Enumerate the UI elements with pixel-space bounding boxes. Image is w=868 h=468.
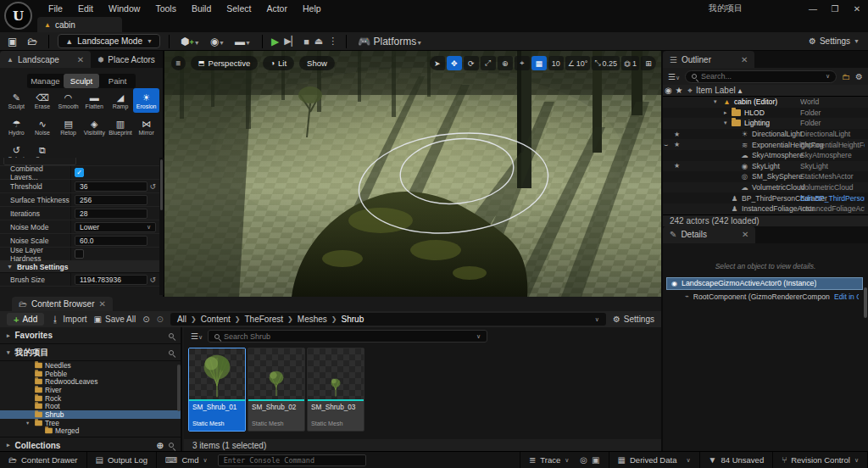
eye-column-icon[interactable]: ◉ — [663, 86, 674, 95]
tab-details[interactable]: ✎ Details ✕ — [663, 226, 755, 243]
insights-icon[interactable]: ◎ — [580, 455, 587, 465]
crumb-content[interactable]: Content — [201, 315, 231, 324]
outliner-row-foliageactor[interactable]: ♟ InstancedFoliageActor InstancedFoliage… — [663, 203, 868, 214]
edit-in-cpp-link[interactable]: Edit in C — [834, 292, 859, 301]
threshold-input[interactable]: 36 — [75, 181, 147, 192]
blueprints-dropdown[interactable]: ◉▼ — [208, 36, 227, 47]
outliner-row-skysphere[interactable]: ◎ SM_SkySphere StaticMeshActor — [663, 171, 868, 182]
brush-settings-header[interactable]: ▼ Brush Settings — [0, 261, 159, 273]
outliner-row-hlod[interactable]: ▸ HLOD Folder — [663, 108, 868, 119]
select-tool-button[interactable]: ➤ — [430, 56, 445, 70]
combined-layers-checkbox[interactable]: ✓ — [75, 168, 84, 177]
show-flags-dropdown[interactable]: Show — [299, 56, 335, 70]
settings-dropdown[interactable]: ⚙ Settings ▼ — [809, 36, 863, 46]
content-browser-settings-button[interactable]: ⚙Settings — [613, 315, 654, 324]
pin-column-icon[interactable]: ⌖ — [684, 86, 696, 96]
view-mode-dropdown[interactable]: ◑ Lit — [263, 56, 294, 70]
browse-content-icon[interactable]: 🗁 — [25, 36, 40, 47]
back-button[interactable]: ⊙ — [142, 315, 149, 324]
console-command-input[interactable]: Enter Console Command — [218, 454, 366, 466]
grid-snap-value[interactable]: 10 — [548, 56, 564, 70]
menu-tools[interactable]: Tools — [147, 0, 184, 17]
tool-mirror[interactable]: ⋈Mirror — [133, 114, 159, 139]
outliner-row-lighting[interactable]: ▾ Lighting Folder — [663, 118, 868, 129]
tab-outliner[interactable]: ☰ Outliner ✕ — [663, 51, 754, 68]
scale-tool-button[interactable]: ⤢ — [481, 56, 496, 70]
cinematics-dropdown[interactable]: ▬▼ — [232, 36, 253, 47]
folder-rock[interactable]: Rock — [0, 394, 181, 403]
add-collection-icon[interactable]: ⊕ — [157, 441, 164, 450]
maximize-viewport-button[interactable]: ⊞ — [641, 56, 656, 70]
create-folder-icon[interactable]: 🗀 — [842, 72, 850, 81]
outliner-row-bp-thirdperson[interactable]: ♟ BP_ThirdPersonCharacter Edit BP_ThirdP… — [663, 192, 868, 203]
use-layer-hardness-checkbox[interactable] — [75, 249, 84, 259]
crumb-meshes[interactable]: Meshes — [298, 315, 327, 324]
outliner-row-skylight[interactable]: ★ ◉ SkyLight SkyLight — [663, 161, 868, 172]
folder-redwoodleaves[interactable]: RedwoodLeaves — [0, 377, 181, 386]
tool-visibility[interactable]: ◈Visibility — [81, 114, 108, 139]
chevron-down-icon[interactable]: ∨ — [595, 316, 599, 323]
level-tab-cabin[interactable]: ▲ cabin — [37, 17, 122, 32]
mode-manage[interactable]: Manage — [27, 74, 64, 88]
maximize-button[interactable]: ❐ — [824, 1, 846, 16]
close-icon[interactable]: ✕ — [741, 55, 748, 64]
trace-dropdown[interactable]: ≣ Trace∨ ◎ ▣ — [520, 452, 609, 468]
scale-snap-toggle[interactable]: ⤡ 0.25 — [592, 56, 620, 70]
surface-snap-button[interactable]: ⌖ — [515, 56, 530, 70]
outliner-row-directionallight[interactable]: ★ ☀ DirectionalLight DirectionalLight — [663, 129, 868, 140]
platforms-dropdown[interactable]: 🎮 Platforms▼ — [355, 36, 425, 47]
unsaved-button[interactable]: ▼ 84 Unsaved — [700, 452, 774, 468]
filter-icon[interactable]: ☰∨ — [668, 72, 680, 81]
folder-root[interactable]: Root — [0, 402, 181, 410]
eye-closed-icon[interactable]: ⌣ — [664, 141, 668, 149]
output-log-button[interactable]: ▤ Output Log — [87, 452, 157, 468]
outliner-search-input[interactable]: Search... ∨ — [685, 70, 837, 83]
surface-thickness-input[interactable]: 256 — [75, 195, 147, 205]
item-label-column[interactable]: Item Label ▴ — [696, 86, 743, 95]
folder-tree-scrollbar-thumb[interactable] — [177, 365, 181, 411]
root-component-row[interactable]: ⌁ RootComponent (GizmoRendererComponent0… — [666, 291, 863, 303]
derived-data-dropdown[interactable]: ▦ Derived Data∨ — [609, 452, 700, 468]
filter-icon[interactable]: ☰∨ — [191, 332, 203, 341]
asset-sm-shrub-01-selected[interactable]: SM_Shrub_01 Static Mesh — [188, 348, 246, 432]
folder-pebble[interactable]: Pebble — [0, 370, 181, 378]
rotation-snap-toggle[interactable]: ∠ 10° — [565, 56, 591, 70]
stop-button[interactable]: ■ — [303, 36, 309, 47]
menu-help[interactable]: Help — [295, 0, 329, 17]
world-coordinate-button[interactable]: ⊕ — [498, 56, 513, 70]
play-options-button[interactable]: ⋮ — [328, 36, 337, 47]
tab-landscape[interactable]: ▲ Landscape ✕ — [0, 51, 91, 68]
tool-smooth[interactable]: ◠Smooth — [55, 88, 81, 113]
asset-sm-shrub-03[interactable]: SM_Shrub_03 Static Mesh — [307, 348, 364, 432]
outliner-row-heightfog[interactable]: ⌣ ★ ≋ ExponentialHeightFog ExponentialHe… — [663, 139, 868, 150]
menu-edit[interactable]: Edit — [70, 0, 101, 17]
rotate-tool-button[interactable]: ⟳ — [464, 56, 479, 70]
tool-retop[interactable]: ▤Retop — [55, 114, 81, 139]
asset-sm-shrub-02[interactable]: SM_Shrub_02 Static Mesh — [248, 348, 305, 432]
tool-blueprint[interactable]: ▥Blueprint — [108, 114, 134, 139]
close-icon[interactable]: ✕ — [742, 230, 748, 239]
grid-snap-toggle[interactable]: ▦ — [531, 56, 547, 70]
search-icon[interactable] — [169, 350, 174, 355]
folder-needles[interactable]: Needles — [0, 361, 181, 370]
favorites-section[interactable]: ▸ Favorites — [0, 327, 181, 344]
reset-to-default-icon[interactable]: ↺ — [149, 182, 156, 191]
outliner-row-skyatmosphere[interactable]: ☁ SkyAtmosphere SkyAtmosphere — [663, 150, 868, 161]
crumb-all[interactable]: All — [177, 315, 186, 324]
tool-erase[interactable]: ⌫Erase — [30, 88, 56, 113]
tool-sculpt[interactable]: ✎Sculpt — [3, 88, 30, 113]
iterations-input[interactable]: 28 — [75, 209, 147, 219]
folder-tree-item[interactable]: ▾Tree — [0, 419, 181, 427]
outliner-settings-icon[interactable]: ⚙ — [855, 72, 863, 81]
editor-mode-dropdown[interactable]: ▲ Landscape Mode ▼ — [58, 34, 160, 48]
outliner-row-cabin[interactable]: ▾ ▲ cabin (Editor) World — [663, 97, 868, 108]
project-root-section[interactable]: ▾ 我的项目 — [0, 344, 181, 361]
menu-file[interactable]: File — [41, 0, 70, 17]
mode-sculpt[interactable]: Sculpt — [64, 74, 100, 88]
perspective-dropdown[interactable]: ⬒ Perspective — [191, 56, 258, 70]
add-button[interactable]: + Add — [7, 313, 44, 326]
viewport-menu-button[interactable]: ≡ — [171, 56, 186, 70]
folder-river[interactable]: River — [0, 386, 181, 394]
crumb-theforest[interactable]: TheForest — [245, 315, 284, 324]
menu-select[interactable]: Select — [219, 0, 259, 17]
